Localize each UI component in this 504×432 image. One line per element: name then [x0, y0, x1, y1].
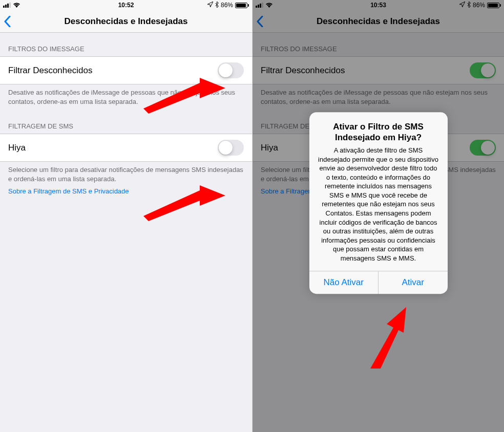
wifi-icon: [13, 2, 20, 9]
section-header-imessage: FILTROS DO IMESSAGE: [0, 33, 252, 56]
bluetooth-icon: [215, 2, 219, 9]
nav-bar: Desconhecidas e Indesejadas: [0, 10, 252, 33]
filter-unknown-switch[interactable]: [218, 62, 244, 78]
status-bar: 10:52 86%: [0, 0, 252, 10]
alert-title: Ativar o Filtro de SMS Indesejado em Hiy…: [318, 121, 439, 143]
location-icon: [207, 2, 213, 9]
status-left: [3, 2, 20, 9]
privacy-link[interactable]: Sobre a Filtragem de SMS e Privacidade: [0, 187, 252, 199]
hiya-switch[interactable]: [218, 140, 244, 156]
page-title: Desconhecidas e Indesejadas: [65, 16, 188, 27]
section-header-sms: FILTRAGEM DE SMS: [0, 110, 252, 134]
phone-left: 10:52 86% Desconhecidas e Indesejadas FI…: [0, 0, 252, 432]
alert-confirm-button[interactable]: Ativar: [379, 271, 448, 294]
section-footer-sms: Selecione um filtro para desativar notif…: [0, 162, 252, 187]
alert-dialog: Ativar o Filtro de SMS Indesejado em Hiy…: [309, 112, 448, 294]
battery-icon: [235, 3, 249, 8]
status-right: 86%: [207, 2, 249, 9]
alert-message: A ativação deste filtro de SMS indesejad…: [318, 146, 439, 263]
back-button[interactable]: [4, 10, 11, 32]
alert-cancel-button[interactable]: Não Ativar: [309, 271, 379, 294]
filter-unknown-cell[interactable]: Filtrar Desconhecidos: [0, 56, 252, 84]
battery-percent: 86%: [221, 2, 233, 9]
hiya-label: Hiya: [8, 143, 26, 153]
status-time: 10:52: [118, 2, 134, 9]
filter-unknown-label: Filtrar Desconhecidos: [8, 66, 92, 76]
signal-icon: [3, 3, 11, 8]
hiya-cell[interactable]: Hiya: [0, 134, 252, 162]
phone-right: 10:53 86% Desconhecidas e Indesejadas FI…: [252, 0, 504, 432]
section-footer-imessage: Desative as notificações de iMessage de …: [0, 84, 252, 110]
